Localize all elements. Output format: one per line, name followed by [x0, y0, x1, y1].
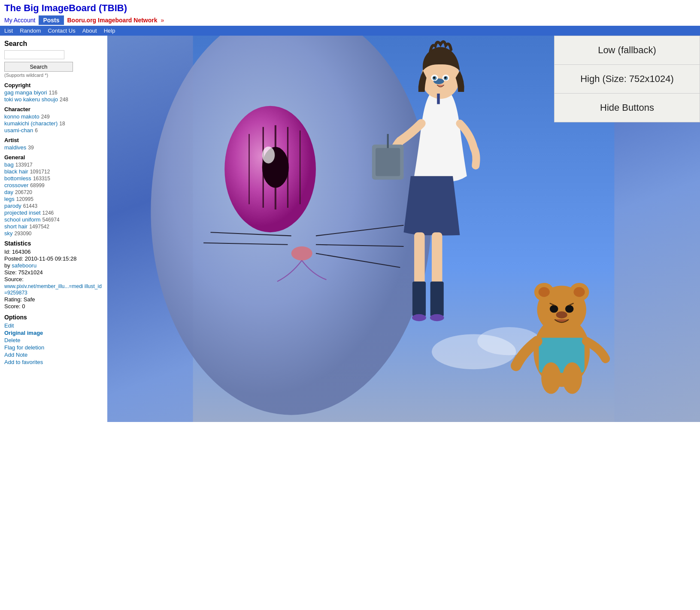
stat-source-link[interactable]: www.pixiv.net/member_illu...=medi illust…	[4, 283, 102, 296]
tag-line: school uniform 546974	[4, 216, 103, 223]
tag-crossover[interactable]: crossover	[4, 182, 28, 188]
tag-count: 1091712	[30, 169, 50, 175]
tag-line: toki wo kakeru shoujo 248	[4, 96, 103, 103]
my-account-link[interactable]: My Account	[4, 17, 35, 24]
wildcard-note: (Supports wildcard *)	[4, 73, 103, 78]
svg-point-22	[412, 314, 426, 321]
tag-sky[interactable]: sky	[4, 230, 13, 237]
tag-count: 39	[28, 145, 33, 151]
svg-rect-20	[412, 282, 426, 317]
tag-line: konno makoto 249	[4, 113, 103, 120]
svg-point-42	[550, 305, 558, 313]
tag-count: 68999	[30, 182, 44, 188]
search-input[interactable]	[4, 50, 64, 59]
option-edit[interactable]: Edit	[4, 322, 103, 329]
svg-point-31	[444, 77, 446, 79]
tag-count: 18	[59, 121, 65, 127]
tag-bottomless[interactable]: bottomless	[4, 175, 31, 182]
tag-count: 61443	[23, 203, 37, 209]
tag-school-uniform[interactable]: school uniform	[4, 216, 41, 223]
search-heading: Search	[4, 40, 103, 48]
nav-help[interactable]: Help	[104, 27, 115, 34]
svg-point-11	[262, 147, 275, 164]
svg-point-49	[562, 362, 582, 394]
svg-point-40	[539, 287, 550, 297]
tag-kumakichi[interactable]: kumakichi (character)	[4, 120, 58, 127]
tag-short-hair[interactable]: short hair	[4, 223, 27, 230]
nav-random[interactable]: Random	[20, 27, 41, 34]
option-delete[interactable]: Delete	[4, 337, 103, 343]
header: The Big ImageBoard (TBIB)	[0, 0, 700, 15]
tag-count: 133917	[15, 162, 33, 168]
booru-arrow: »	[161, 17, 164, 24]
general-section: General bag 133917 black hair 1091712 bo…	[4, 154, 103, 237]
tag-line: projected inset 1246	[4, 209, 103, 216]
tag-line: crossover 68999	[4, 182, 103, 188]
content-area: Low (fallback) High (Size: 752x1024) Hid…	[107, 36, 700, 422]
tag-gag-manga-biyori[interactable]: gag manga biyori	[4, 89, 47, 96]
stat-rating: Rating: Safe	[4, 296, 103, 303]
tag-count: 116	[49, 90, 58, 96]
main-layout: Search Search (Supports wildcard *) Copy…	[0, 36, 700, 422]
tag-count: 248	[60, 97, 68, 103]
tag-count: 120995	[16, 196, 33, 202]
svg-point-17	[291, 246, 312, 261]
tag-count: 293090	[15, 231, 32, 237]
tag-konno-makoto[interactable]: konno makoto	[4, 113, 39, 120]
site-title[interactable]: The Big ImageBoard (TBIB)	[4, 3, 127, 13]
tag-count: 163315	[33, 176, 50, 182]
option-original-image[interactable]: Original image	[4, 330, 103, 336]
nav-bar: List Random Contact Us About Help	[0, 26, 700, 36]
stat-by-user[interactable]: safebooru	[12, 262, 36, 269]
nav-list[interactable]: List	[4, 27, 13, 34]
tag-line: legs 120995	[4, 196, 103, 202]
stat-source-url: www.pixiv.net/member_illu...=medi illust…	[4, 283, 103, 296]
tag-line: black hair 1091712	[4, 168, 103, 175]
options-heading: Options	[4, 314, 103, 321]
copyright-section: Copyright gag manga biyori 116 toki wo k…	[4, 82, 103, 103]
low-fallback-button[interactable]: Low (fallback)	[555, 36, 700, 65]
tag-usami-chan[interactable]: usami-chan	[4, 127, 33, 134]
character-heading: Character	[4, 106, 103, 112]
tag-legs[interactable]: legs	[4, 196, 15, 202]
tag-bag[interactable]: bag	[4, 161, 14, 168]
nav-contact-us[interactable]: Contact Us	[48, 27, 75, 34]
hide-buttons-button[interactable]: Hide Buttons	[555, 94, 700, 122]
statistics-section: Statistics Id: 164306 Posted: 2010-11-05…	[4, 240, 103, 310]
stat-by-label: by	[4, 262, 10, 269]
tag-count: 1497542	[29, 224, 49, 230]
svg-point-48	[541, 362, 561, 394]
tag-count: 1246	[42, 210, 54, 216]
tag-day[interactable]: day	[4, 189, 13, 195]
tag-parody[interactable]: parody	[4, 203, 21, 209]
svg-rect-21	[430, 282, 444, 317]
tag-line: kumakichi (character) 18	[4, 120, 103, 127]
copyright-heading: Copyright	[4, 82, 103, 88]
option-flag-for-deletion[interactable]: Flag for deletion	[4, 344, 103, 351]
tag-line: short hair 1497542	[4, 223, 103, 230]
tag-line: gag manga biyori 116	[4, 89, 103, 96]
svg-point-30	[433, 77, 435, 79]
overlay-buttons: Low (fallback) High (Size: 752x1024) Hid…	[554, 36, 700, 122]
stat-score: Score: 0	[4, 303, 103, 310]
tag-line: bag 133917	[4, 161, 103, 168]
tag-toki-wo-kakeru[interactable]: toki wo kakeru shoujo	[4, 96, 58, 103]
tag-count: 206720	[15, 189, 32, 195]
tag-line: maldives 39	[4, 144, 103, 151]
high-size-button[interactable]: High (Size: 752x1024)	[555, 65, 700, 94]
tag-line: parody 61443	[4, 203, 103, 209]
tag-black-hair[interactable]: black hair	[4, 168, 28, 175]
tag-line: bottomless 163315	[4, 175, 103, 182]
stat-posted: Posted: 2010-11-05 09:15:28	[4, 255, 103, 262]
option-add-to-favorites[interactable]: Add to favorites	[4, 359, 103, 365]
nav-about[interactable]: About	[82, 27, 97, 34]
booru-network-link[interactable]: Booru.org Imageboard Network	[67, 17, 158, 24]
option-add-note[interactable]: Add Note	[4, 352, 103, 358]
artist-section: Artist maldives 39	[4, 137, 103, 151]
posts-button[interactable]: Posts	[39, 15, 64, 25]
tag-projected-inset[interactable]: projected inset	[4, 209, 41, 216]
tag-maldives[interactable]: maldives	[4, 144, 26, 151]
search-section: Search Search (Supports wildcard *)	[4, 40, 103, 78]
search-button[interactable]: Search	[4, 62, 73, 72]
general-heading: General	[4, 154, 103, 161]
